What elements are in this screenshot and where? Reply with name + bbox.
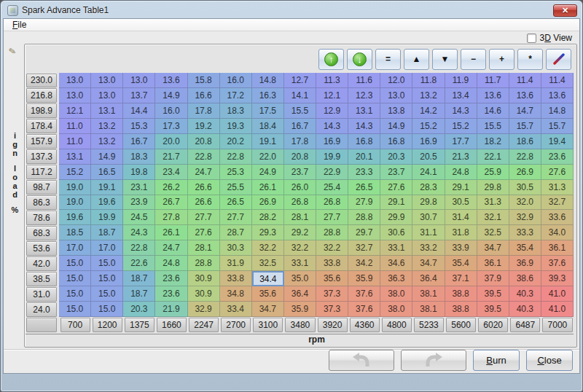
multiply-button[interactable]: * (517, 49, 543, 70)
table-cell[interactable]: 18.7 (123, 286, 155, 302)
col-header[interactable]: 4800 (382, 318, 412, 332)
nudge-up-button[interactable]: ↑ (318, 49, 344, 70)
table-cell[interactable]: 14.8 (252, 73, 284, 88)
table-cell[interactable]: 15.0 (91, 286, 123, 302)
table-cell[interactable]: 19.6 (59, 210, 91, 225)
table-cell[interactable]: 19.0 (59, 180, 91, 195)
table-cell[interactable]: 18.2 (477, 134, 509, 149)
table-cell[interactable]: 15.0 (91, 256, 123, 271)
table-cell[interactable]: 26.1 (155, 225, 187, 240)
table-cell[interactable]: 26.6 (188, 180, 220, 195)
table-cell[interactable]: 17.5 (252, 103, 284, 119)
table-cell[interactable]: 13.8 (380, 103, 412, 119)
table-cell[interactable]: 26.9 (252, 195, 284, 211)
table-cell[interactable]: 29.2 (284, 225, 316, 240)
table-cell[interactable]: 34.2 (348, 256, 380, 271)
table-cell[interactable]: 16.7 (123, 134, 155, 149)
table-cell[interactable]: 16.8 (380, 134, 412, 149)
table-cell[interactable]: 24.7 (155, 240, 187, 256)
table-cell[interactable]: 28.2 (252, 210, 284, 225)
table-cell[interactable]: 13.4 (445, 88, 477, 103)
table-cell[interactable]: 17.2 (220, 88, 252, 103)
table-cell[interactable]: 15.0 (59, 271, 91, 286)
table-cell[interactable]: 34.7 (252, 302, 284, 317)
table-cell[interactable]: 32.2 (284, 240, 316, 256)
row-header[interactable]: 117.2 (26, 165, 57, 179)
table-cell[interactable]: 15.7 (541, 119, 574, 134)
table-cell[interactable]: 36.4 (284, 286, 316, 302)
table-cell[interactable]: 27.9 (348, 195, 380, 211)
table-cell[interactable]: 29.7 (348, 225, 380, 240)
table-cell[interactable]: 38.1 (412, 302, 445, 317)
table-cell[interactable]: 15.0 (59, 286, 91, 302)
table-cell[interactable]: 13.2 (91, 134, 123, 149)
row-header[interactable]: 31.0 (26, 287, 57, 302)
table-cell[interactable]: 14.9 (91, 149, 123, 165)
table-cell[interactable]: 37.6 (541, 256, 574, 271)
table-cell[interactable]: 15.5 (284, 103, 316, 119)
table-cell[interactable]: 25.4 (316, 180, 348, 195)
table-cell[interactable]: 22.9 (316, 165, 348, 180)
table-cell[interactable]: 15.2 (412, 119, 445, 134)
table-cell[interactable]: 13.2 (91, 119, 123, 134)
table-cell[interactable]: 34.7 (412, 256, 445, 271)
row-header[interactable]: 98.7 (26, 180, 57, 195)
table-cell[interactable]: 21.7 (155, 149, 187, 165)
col-header[interactable]: 5233 (414, 318, 444, 332)
table-cell[interactable]: 12.3 (348, 88, 380, 103)
table-cell[interactable]: 20.8 (188, 134, 220, 149)
table-cell[interactable]: 23.7 (380, 165, 412, 180)
table-cell[interactable]: 20.5 (412, 149, 445, 165)
table-cell[interactable]: 18.5 (59, 225, 91, 240)
table-cell[interactable]: 30.3 (220, 240, 252, 256)
table-cell[interactable]: 24.8 (155, 256, 187, 271)
table-cell[interactable]: 32.0 (509, 195, 541, 211)
col-header[interactable]: 4360 (350, 318, 380, 332)
table-cell[interactable]: 32.7 (348, 240, 380, 256)
table-cell[interactable]: 21.3 (445, 149, 477, 165)
table-cell[interactable]: 14.1 (284, 88, 316, 103)
table-cell[interactable]: 24.5 (123, 210, 155, 225)
table-cell[interactable]: 20.0 (155, 134, 187, 149)
table-cell[interactable]: 17.8 (284, 134, 316, 149)
table-cell[interactable]: 31.3 (477, 195, 509, 211)
table-cell[interactable]: 28.8 (316, 225, 348, 240)
table-cell[interactable]: 27.6 (541, 165, 574, 180)
table-cell[interactable]: 30.6 (380, 225, 412, 240)
table-cell[interactable]: 13.0 (91, 88, 123, 103)
table-cell[interactable]: 30.5 (445, 195, 477, 211)
col-header[interactable]: 5600 (446, 318, 476, 332)
table-cell[interactable]: 35.6 (316, 271, 348, 286)
table-cell[interactable]: 41.0 (541, 286, 574, 302)
col-header[interactable]: 7000 (542, 318, 572, 332)
table-cell[interactable]: 33.1 (380, 240, 412, 256)
table-cell[interactable]: 23.6 (541, 149, 574, 165)
table-cell[interactable]: 18.7 (123, 271, 155, 286)
table-cell[interactable]: 19.4 (541, 134, 574, 149)
table-cell[interactable]: 13.1 (348, 103, 380, 119)
table-cell[interactable]: 33.3 (509, 225, 541, 240)
table-cell[interactable]: 26.8 (316, 195, 348, 211)
subtract-button[interactable]: − (461, 49, 486, 70)
table-cell[interactable]: 26.8 (284, 195, 316, 211)
table-cell[interactable]: 11.8 (412, 73, 445, 88)
table-cell[interactable]: 29.8 (477, 180, 509, 195)
table-cell[interactable]: 13.2 (412, 88, 445, 103)
table-cell[interactable]: 21.9 (155, 302, 187, 317)
table-cell[interactable]: 11.9 (445, 73, 477, 88)
table-cell[interactable]: 13.6 (155, 73, 187, 88)
table-cell[interactable]: 38.8 (445, 286, 477, 302)
close-button[interactable]: Close (526, 350, 573, 371)
table-cell[interactable]: 13.0 (59, 73, 91, 88)
table-cell[interactable]: 35.0 (284, 271, 316, 286)
table-cell[interactable]: 35.4 (509, 240, 541, 256)
table-cell[interactable]: 34.6 (380, 256, 412, 271)
table-cell[interactable]: 22.1 (477, 149, 509, 165)
add-button[interactable]: + (489, 49, 514, 70)
redo-button[interactable] (401, 350, 466, 371)
table-cell[interactable]: 30.5 (509, 180, 541, 195)
table-cell[interactable]: 16.9 (412, 134, 445, 149)
table-cell[interactable]: 18.3 (123, 149, 155, 165)
table-cell[interactable]: 14.3 (348, 119, 380, 134)
table-cell[interactable]: 17.8 (188, 103, 220, 119)
